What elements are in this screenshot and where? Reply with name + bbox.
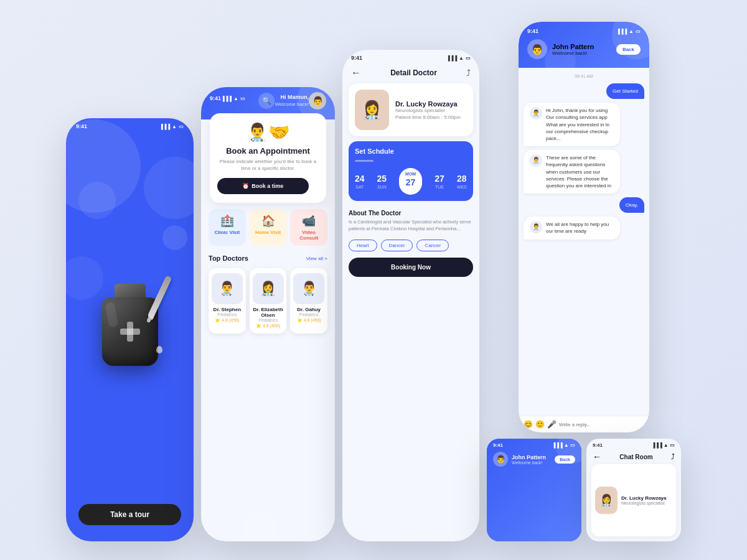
status-time-3: 9:41 (351, 55, 362, 61)
chat-msg-recv-1: 👨‍⚕️ Hi John, thank you for using Our co… (524, 103, 620, 146)
phone3-nav: ← Detail Doctor ⤴ (342, 62, 479, 83)
battery-icon-2: ▭ (240, 96, 245, 101)
emoji-icon[interactable]: 😊 (524, 420, 533, 429)
mini1-user: John Pattern Wellcome back! (512, 454, 546, 465)
chat-msg-sent-1: Get Started (606, 83, 644, 99)
status-time-2: 9:41 (210, 95, 221, 101)
date-27-tue[interactable]: 27 TUE (435, 174, 444, 189)
book-title: Book an Appointment (217, 146, 319, 156)
signal-icon: ▐▐▐ (159, 124, 170, 129)
share-icon-mini2[interactable]: ⤴ (671, 452, 675, 461)
wifi-icon: ▲ (172, 124, 177, 129)
chat-reply-input[interactable] (559, 422, 644, 427)
status-icons-3: ▐▐▐ ▲ ▭ (446, 55, 471, 61)
mini2-doctor-info: Dr. Lucky Rowzaya Neurologists specialis… (621, 495, 666, 505)
nav-title-3: Detail Doctor (390, 68, 437, 77)
phone-chat: 9:41 ▐▐▐ ▲ ▭ 👨 John Pattern Wellcome bac… (519, 22, 649, 432)
doctor-info-text: Dr. Lucky Rowzaya Neurologists specialis… (395, 100, 461, 120)
tag-dancer[interactable]: Dancer (381, 240, 413, 251)
chat-user-info: John Pattern Wellcome back! (552, 43, 594, 56)
status-icons-1: ▐▐▐ ▲ ▭ (159, 124, 184, 129)
status-bar-mini2: 9:41 ▐▐▐ ▲ ▭ (586, 439, 681, 449)
greeting-sub: Welcome back! (275, 101, 309, 108)
tag-cancer[interactable]: Cancer (416, 240, 449, 251)
status-bar-3: 9:41 ▐▐▐ ▲ ▭ (342, 50, 479, 62)
doctor-big-spec: Neurologists specialist (395, 108, 461, 113)
chat-msg-recv-3: 👨‍⚕️ We all are happy to help you our ti… (524, 217, 620, 239)
chat-msg-sent-2: Okay, (619, 197, 644, 213)
mini2-doctor-avatar: 👩‍⚕️ (595, 487, 618, 514)
book-appointment-card: 👨‍⚕️🤝 Book an Appointment Please indicat… (210, 113, 326, 203)
date-25[interactable]: 25 SUN (377, 174, 387, 189)
signal-icon-3: ▐▐▐ (446, 55, 457, 61)
phone-book: 9:41 ▐▐▐ ▲ ▭ 🔍 Hi Mamun, Welcome back! 👨… (201, 87, 335, 541)
status-bar-2: 9:41 ▐▐▐ ▲ ▭ (210, 95, 245, 101)
date-28[interactable]: 28 WED (457, 174, 467, 189)
status-time-mini2: 9:41 (593, 442, 603, 448)
greeting-hi: Hi Mamun, (275, 94, 309, 101)
wifi-icon-2: ▲ (233, 96, 238, 101)
back-arrow-3[interactable]: ← (351, 67, 361, 78)
smiley-icon[interactable]: 🙂 (535, 420, 545, 429)
clock-icon: ⏰ (242, 183, 249, 189)
schedule-card: Set Schdule 24 SAT 25 SUN MOM 27 27 (349, 141, 473, 201)
tag-heart[interactable]: Heart (349, 240, 377, 251)
doctor-big-avatar: 👩‍⚕️ (355, 90, 389, 130)
date-27-selected[interactable]: MOM 27 (399, 168, 422, 195)
mini1-avatar: 👨 (493, 452, 508, 467)
chat-msg-recv-2: 👨‍⚕️ These are some of the frequently as… (524, 150, 620, 194)
about-section: About The Doctor Is a Cardiologist and V… (342, 206, 479, 236)
chat-input-bar: 😊 🙂 🎤 (519, 416, 649, 432)
bubble-avatar-3: 👨‍⚕️ (530, 221, 542, 233)
phone-mini-2: 9:41 ▐▐▐ ▲ ▭ ← Chat Room ⤴ 👩‍⚕️ Dr. Luck… (586, 439, 681, 541)
doctor-info-card: 👩‍⚕️ Dr. Lucky Rowzaya Neurologists spec… (349, 83, 473, 136)
status-icons-2: ▐▐▐ ▲ ▭ (221, 96, 245, 101)
showcase-container: 9:41 ▐▐▐ ▲ ▭ (0, 0, 747, 560)
about-text: Is a Cardiologist and Vascular Specialis… (349, 219, 473, 232)
doctor-big-time: Patient time 8:00am - 5:00pm (395, 114, 461, 120)
mini1-name: John Pattern (512, 454, 546, 460)
chat-user-sub: Wellcome back! (552, 50, 594, 56)
booking-now-button[interactable]: Booking Now (349, 258, 473, 277)
nav-title-mini2: Chat Room (619, 454, 652, 460)
mic-icon[interactable]: 🎤 (547, 420, 557, 429)
book-time-button[interactable]: ⏰ Book a time (217, 178, 309, 194)
book-illustration: 👨‍⚕️🤝 (217, 122, 319, 142)
back-button-4[interactable]: Back (616, 44, 641, 55)
user-greeting: Hi Mamun, Welcome back! (275, 94, 309, 108)
status-bar-4: 9:41 ▐▐▐ ▲ ▭ (527, 28, 641, 34)
dates-row: 24 SAT 25 SUN MOM 27 27 TUE 28 (355, 168, 467, 195)
signal-icon-2: ▐▐▐ (221, 96, 232, 101)
doctor-big-name: Dr. Lucky Rowzaya (395, 100, 461, 108)
bubble-avatar-2: 👨‍⚕️ (530, 154, 542, 167)
chat-timestamp: 09:41 AM (524, 74, 644, 78)
selected-dot (410, 189, 412, 191)
wifi-icon-3: ▲ (459, 55, 464, 61)
battery-icon: ▭ (179, 124, 184, 129)
mini1-sub: Wellcome back! (512, 460, 546, 465)
tags-row: Heart Dancer Cancer (342, 236, 479, 255)
share-icon-3[interactable]: ⤴ (466, 68, 471, 78)
search-button[interactable]: 🔍 (258, 93, 275, 109)
take-tour-button[interactable]: Take a tour (78, 504, 181, 525)
status-icons-4: ▐▐▐ ▲ ▭ (616, 29, 641, 34)
phone-splash: 9:41 ▐▐▐ ▲ ▭ (66, 118, 194, 541)
about-title: About The Doctor (349, 210, 473, 217)
phone-mini-1: 9:41 ▐▐▐ ▲ ▭ 👨 John Pattern Wellcome bac… (487, 439, 581, 541)
book-subtitle: Please indicate whether you'd like to bo… (217, 158, 319, 172)
date-24[interactable]: 24 SAT (355, 174, 365, 189)
user-avatar-2: 👨 (309, 92, 326, 110)
back-arrow-mini2[interactable]: ← (593, 452, 601, 462)
chat-user-name: John Pattern (552, 43, 594, 50)
bubble-avatar-1: 👨‍⚕️ (530, 107, 542, 119)
chat-user-avatar: 👨 (527, 39, 547, 59)
book-time-label: Book a time (251, 183, 283, 189)
schedule-title: Set Schdule (355, 147, 467, 155)
status-time-4: 9:41 (527, 28, 538, 34)
chat-body: 09:41 AM Get Started 👨‍⚕️ Hi John, thank… (519, 68, 649, 416)
battery-icon-3: ▭ (466, 55, 471, 61)
phone-detail: 9:41 ▐▐▐ ▲ ▭ ← Detail Doctor ⤴ 👩‍⚕️ Dr. … (342, 50, 479, 541)
status-time-mini1: 9:41 (493, 442, 503, 448)
